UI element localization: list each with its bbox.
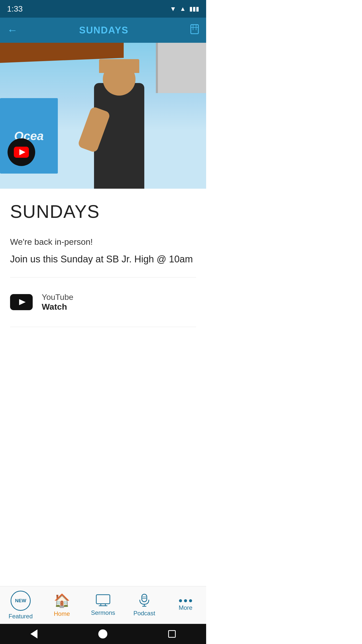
status-icons: ▼ ▲ ▮▮▮ (170, 5, 199, 13)
featured-badge: NEW (11, 591, 31, 611)
back-button[interactable]: ← (7, 24, 18, 36)
nav-item-more[interactable]: More (165, 599, 206, 611)
youtube-label: YouTube (42, 293, 73, 302)
svg-rect-12 (142, 594, 147, 602)
play-button[interactable] (8, 138, 35, 166)
home-label: Home (54, 610, 70, 617)
page-title: SUNDAYS (10, 201, 196, 222)
dot-3 (189, 599, 192, 602)
podcast-icon (138, 594, 150, 608)
youtube-link-text: YouTube Watch (42, 293, 73, 312)
android-recent-button[interactable] (168, 630, 176, 638)
subtitle-1: We're back in-person! (10, 237, 196, 247)
youtube-icon-wrap (10, 294, 33, 310)
youtube-link-item[interactable]: YouTube Watch (10, 283, 196, 322)
status-time: 1:33 (7, 4, 23, 14)
monitor-icon (96, 594, 110, 606)
wifi-icon: ▼ (170, 5, 176, 13)
sermons-label: Sermons (91, 609, 115, 616)
bookmark-button[interactable] (190, 24, 199, 37)
status-bar: 1:33 ▼ ▲ ▮▮▮ (0, 0, 206, 18)
signal-icon: ▲ (180, 5, 186, 12)
nav-title: SUNDAYS (79, 25, 128, 36)
android-nav-bar (0, 624, 206, 644)
divider-1 (10, 277, 196, 277)
bookmark-icon (190, 24, 199, 34)
microphone-icon (138, 594, 150, 607)
nav-item-sermons[interactable]: Sermons (82, 594, 124, 616)
youtube-play-icon (14, 147, 29, 158)
nav-item-featured[interactable]: NEW Featured (0, 591, 41, 620)
featured-badge-text: NEW (15, 598, 26, 603)
content-area: SUNDAYS We're back in-person! Join us th… (0, 189, 206, 418)
nav-item-podcast[interactable]: Podcast (124, 594, 165, 617)
featured-label: Featured (9, 613, 33, 620)
hero-image: Ocea (0, 43, 206, 189)
more-label: More (179, 604, 193, 611)
more-icon (179, 599, 192, 602)
subtitle-2: Join us this Sunday at SB Jr. High @ 10a… (10, 254, 196, 265)
person-cap (99, 59, 139, 73)
android-home-button[interactable] (98, 629, 107, 638)
dot-2 (184, 599, 187, 602)
nav-item-home[interactable]: 🏠 Home (41, 593, 82, 617)
bottom-spacer (10, 332, 196, 408)
svg-rect-0 (191, 25, 198, 34)
divider-2 (10, 327, 196, 327)
podcast-label: Podcast (133, 610, 155, 617)
sermons-icon (96, 594, 110, 607)
battery-icon: ▮▮▮ (189, 5, 199, 12)
youtube-sublabel: Watch (42, 302, 73, 312)
structure-decoration (156, 43, 206, 93)
dot-1 (179, 599, 182, 602)
android-back-button[interactable] (30, 629, 37, 638)
top-navigation: ← SUNDAYS (0, 18, 206, 43)
svg-rect-8 (96, 595, 110, 604)
hero-person (79, 58, 159, 189)
home-icon: 🏠 (54, 593, 70, 608)
youtube-icon (13, 296, 30, 308)
bottom-navigation: NEW Featured 🏠 Home Sermons (0, 586, 206, 624)
